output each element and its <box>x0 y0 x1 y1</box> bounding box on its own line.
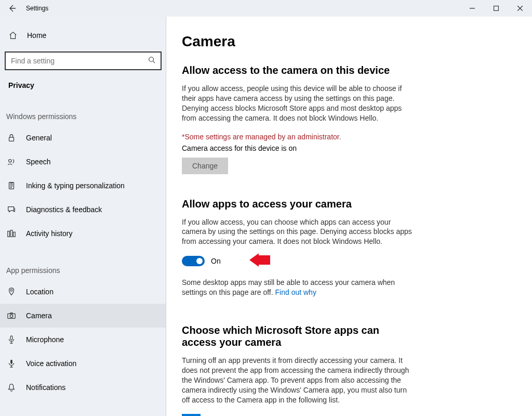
toggle-label: On <box>211 257 221 265</box>
nav-voice-activation[interactable]: Voice activation <box>0 352 166 375</box>
nav-home[interactable]: Home <box>0 24 166 47</box>
back-button[interactable] <box>0 0 24 17</box>
section-apps-access-title: Allow apps to access your camera <box>182 198 516 210</box>
svg-rect-0 <box>494 6 499 11</box>
clipboard-icon <box>6 180 17 191</box>
nav-diagnostics[interactable]: Diagnostics & feedback <box>0 198 166 222</box>
app-row-3d-viewer: 3D Viewer Off <box>182 414 516 416</box>
nav-microphone[interactable]: Microphone <box>0 328 166 352</box>
device-status: Camera access for this device is on <box>182 144 516 152</box>
change-button[interactable]: Change <box>182 158 228 174</box>
nav-location[interactable]: Location <box>0 280 166 304</box>
section-device-access-desc: If you allow access, people using this d… <box>182 84 416 123</box>
svg-point-1 <box>149 57 154 62</box>
minimize-button[interactable] <box>460 0 484 17</box>
nav-label: Voice activation <box>26 359 76 368</box>
nav-label: Notifications <box>26 383 65 392</box>
section-device-access-title: Allow access to the camera on this devic… <box>182 64 516 76</box>
nav-label: Camera <box>26 311 52 320</box>
svg-point-8 <box>10 290 12 292</box>
nav-camera[interactable]: Camera <box>0 304 166 328</box>
voice-icon <box>6 358 17 369</box>
group-app-permissions: App permissions <box>0 245 166 280</box>
category-label: Privacy <box>0 70 166 92</box>
section-apps-access-desc: If you allow access, you can choose whic… <box>182 217 416 247</box>
sidebar: Home Privacy Windows permissions General… <box>0 17 166 416</box>
desktop-apps-note: Some desktop apps may still be able to a… <box>182 278 416 297</box>
microphone-icon <box>6 334 17 345</box>
nav-label: Activity history <box>26 229 72 238</box>
location-icon <box>6 287 17 297</box>
nav-activity[interactable]: Activity history <box>0 222 166 245</box>
nav-home-label: Home <box>27 31 46 40</box>
search-icon <box>148 56 155 66</box>
find-out-why-link[interactable]: Find out why <box>275 288 316 296</box>
window-title: Settings <box>24 5 48 12</box>
nav-label: Inking & typing personalization <box>26 181 125 190</box>
nav-label: Diagnostics & feedback <box>26 205 102 214</box>
svg-rect-6 <box>10 230 12 237</box>
nav-general[interactable]: General <box>0 126 166 150</box>
svg-rect-12 <box>10 360 12 364</box>
section-store-apps-title: Choose which Microsoft Store apps can ac… <box>182 324 405 348</box>
home-icon <box>8 31 19 40</box>
nav-label: General <box>26 134 52 142</box>
svg-rect-11 <box>10 336 12 340</box>
lock-icon <box>6 133 17 143</box>
svg-rect-2 <box>9 137 14 141</box>
nav-label: Location <box>26 288 54 296</box>
app-icon-3d-viewer <box>182 414 201 416</box>
maximize-button[interactable] <box>484 0 508 17</box>
group-windows-permissions: Windows permissions <box>0 92 166 126</box>
nav-label: Microphone <box>26 335 64 344</box>
speech-icon <box>6 157 17 167</box>
nav-label: Speech <box>26 158 50 166</box>
section-store-apps-desc: Turning off an app prevents it from dire… <box>182 356 416 405</box>
svg-rect-7 <box>14 232 16 237</box>
admin-note: *Some settings are managed by an adminis… <box>182 133 516 141</box>
camera-icon <box>6 310 17 321</box>
close-button[interactable] <box>508 0 532 17</box>
search-input[interactable] <box>11 57 141 65</box>
search-box[interactable] <box>5 52 161 70</box>
content: Camera Allow access to the camera on thi… <box>166 17 532 416</box>
nav-notifications[interactable]: Notifications <box>0 375 166 399</box>
bell-icon <box>6 382 17 393</box>
apps-access-toggle[interactable] <box>182 256 205 266</box>
feedback-icon <box>6 204 17 215</box>
arrow-annotation-icon <box>249 253 270 269</box>
titlebar: Settings <box>0 0 532 17</box>
svg-rect-5 <box>8 231 10 237</box>
nav-speech[interactable]: Speech <box>0 150 166 174</box>
svg-point-10 <box>10 315 12 317</box>
page-title: Camera <box>182 33 516 50</box>
svg-point-3 <box>9 160 11 162</box>
history-icon <box>6 228 17 239</box>
nav-inking[interactable]: Inking & typing personalization <box>0 174 166 198</box>
